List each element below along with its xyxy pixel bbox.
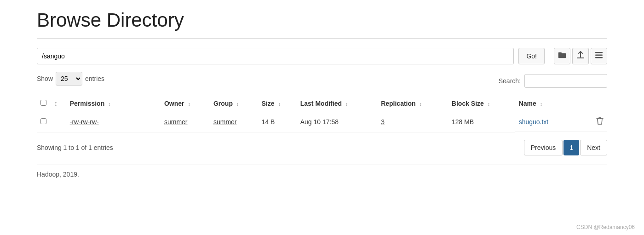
row-group-cell: summer bbox=[210, 112, 258, 132]
replication-link[interactable]: 3 bbox=[381, 118, 385, 126]
search-label: Search: bbox=[499, 77, 521, 85]
entries-label: entries bbox=[85, 75, 104, 82]
pagination-row: Showing 1 to 1 of 1 entries Previous 1 N… bbox=[37, 140, 607, 155]
files-table: ↕ Permission ↕ Owner ↕ Group ↕ Size ↕ bbox=[37, 95, 607, 132]
current-page-button[interactable]: 1 bbox=[564, 140, 579, 155]
th-owner-label: Owner bbox=[164, 100, 184, 107]
sort-block-size-icon: ↕ bbox=[488, 101, 490, 107]
row-permission-cell: -rw-rw-rw- bbox=[66, 112, 161, 132]
row-last-modified: Aug 10 17:58 bbox=[300, 118, 339, 126]
row-replication-cell: 3 bbox=[377, 112, 448, 132]
pagination: Previous 1 Next bbox=[524, 140, 607, 155]
th-group-label: Group bbox=[213, 100, 233, 107]
previous-button[interactable]: Previous bbox=[524, 140, 563, 155]
sort-replication-icon: ↕ bbox=[419, 101, 422, 107]
sort-last-modified-icon: ↕ bbox=[345, 101, 348, 107]
show-label: Show bbox=[37, 75, 53, 82]
row-size: 14 B bbox=[262, 118, 275, 126]
footer-text: Hadoop, 2019. bbox=[37, 171, 607, 178]
th-name-label: Name bbox=[519, 100, 536, 107]
th-name[interactable]: Name ↕ bbox=[515, 95, 607, 112]
next-button[interactable]: Next bbox=[580, 140, 607, 155]
th-owner[interactable]: Owner ↕ bbox=[161, 95, 210, 112]
sort-owner-icon: ↕ bbox=[188, 101, 190, 107]
row-name-cell: shuguo.txt bbox=[515, 112, 607, 132]
file-name-link[interactable]: shuguo.txt bbox=[519, 118, 549, 126]
footer-divider bbox=[37, 165, 607, 165]
table-header-row: ↕ Permission ↕ Owner ↕ Group ↕ Size ↕ bbox=[37, 95, 607, 112]
row-sort-cell bbox=[51, 112, 66, 132]
list-icon-button[interactable] bbox=[591, 48, 607, 64]
group-link[interactable]: summer bbox=[213, 118, 237, 126]
th-block-size-label: Block Size bbox=[452, 100, 484, 107]
path-input[interactable] bbox=[37, 48, 514, 64]
search-input[interactable] bbox=[524, 74, 607, 88]
search-row: Search: bbox=[499, 74, 607, 88]
svg-rect-2 bbox=[595, 57, 603, 58]
sort-size-icon: ↕ bbox=[278, 101, 281, 107]
upload-icon bbox=[577, 51, 584, 61]
trash-icon bbox=[596, 119, 604, 126]
go-button[interactable]: Go! bbox=[518, 48, 545, 64]
th-last-modified[interactable]: Last Modified ↕ bbox=[297, 95, 377, 112]
folder-icon-button[interactable] bbox=[554, 48, 570, 64]
svg-rect-1 bbox=[595, 55, 603, 56]
entries-select[interactable]: 10 25 50 100 bbox=[56, 72, 82, 86]
sort-permission-icon: ↕ bbox=[108, 101, 111, 107]
th-sort-all[interactable]: ↕ bbox=[51, 95, 66, 112]
th-checkbox bbox=[37, 95, 51, 112]
th-size-label: Size bbox=[262, 100, 275, 107]
folder-icon bbox=[558, 52, 566, 61]
row-checkbox-cell bbox=[37, 112, 51, 132]
svg-rect-0 bbox=[595, 52, 603, 53]
row-owner-cell: summer bbox=[161, 112, 210, 132]
th-permission[interactable]: Permission ↕ bbox=[66, 95, 161, 112]
row-size-cell: 14 B bbox=[258, 112, 297, 132]
th-size[interactable]: Size ↕ bbox=[258, 95, 297, 112]
icon-buttons bbox=[554, 48, 607, 64]
show-search-row: Show 10 25 50 100 entries Search: bbox=[37, 72, 607, 90]
path-bar: Go! bbox=[37, 48, 607, 64]
page-title: Browse Directory bbox=[37, 9, 607, 39]
delete-button[interactable] bbox=[596, 117, 604, 127]
row-block-size: 128 MB bbox=[452, 118, 474, 126]
watermark: CSDN @Redamancy06 bbox=[576, 224, 635, 230]
row-last-modified-cell: Aug 10 17:58 bbox=[297, 112, 377, 132]
th-last-modified-label: Last Modified bbox=[300, 100, 342, 107]
sort-name-icon: ↕ bbox=[540, 101, 543, 107]
show-entries-row: Show 10 25 50 100 entries bbox=[37, 72, 104, 86]
list-icon bbox=[595, 52, 603, 60]
owner-link[interactable]: summer bbox=[164, 118, 188, 126]
table-row: -rw-rw-rw- summer summer 14 B Aug 10 17:… bbox=[37, 112, 607, 132]
th-group[interactable]: Group ↕ bbox=[210, 95, 258, 112]
permission-link[interactable]: -rw-rw-rw- bbox=[70, 118, 99, 126]
th-block-size[interactable]: Block Size ↕ bbox=[448, 95, 515, 112]
th-permission-label: Permission bbox=[70, 100, 104, 107]
row-block-size-cell: 128 MB bbox=[448, 112, 515, 132]
upload-icon-button[interactable] bbox=[572, 48, 589, 64]
sort-all-icon: ↕ bbox=[54, 100, 58, 107]
th-replication-label: Replication bbox=[381, 100, 415, 107]
sort-group-icon: ↕ bbox=[236, 101, 239, 107]
select-all-checkbox[interactable] bbox=[40, 100, 46, 106]
th-replication[interactable]: Replication ↕ bbox=[377, 95, 448, 112]
showing-text: Showing 1 to 1 of 1 entries bbox=[37, 144, 113, 151]
row-checkbox[interactable] bbox=[40, 118, 46, 124]
